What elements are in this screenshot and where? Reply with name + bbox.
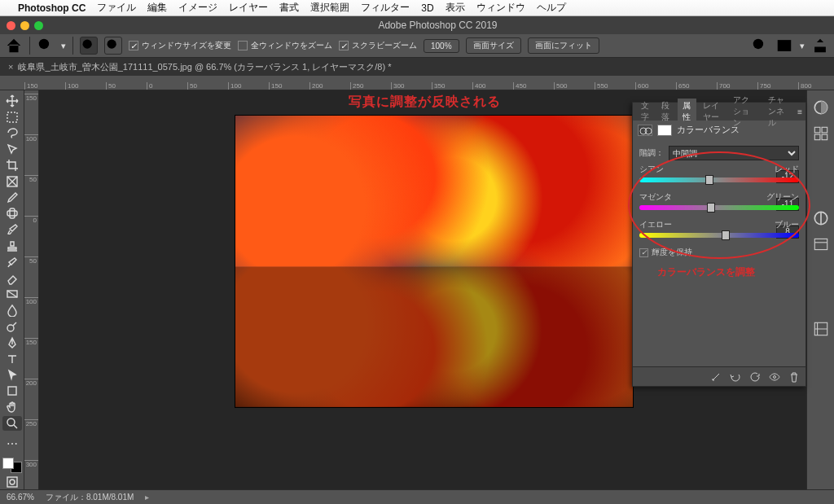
menu-edit[interactable]: 編集: [147, 1, 167, 15]
home-button[interactable]: [5, 37, 23, 55]
slider-handle[interactable]: [705, 175, 713, 185]
layer-mask-thumb-icon[interactable]: [657, 125, 672, 136]
quick-select-tool-icon[interactable]: [2, 142, 22, 156]
edit-toolbar-icon[interactable]: ⋯: [2, 436, 22, 451]
slider-handle[interactable]: [707, 203, 715, 213]
svg-point-25: [774, 375, 776, 378]
zoom-out-button[interactable]: [104, 37, 122, 55]
share-icon[interactable]: [811, 37, 829, 55]
document-tab[interactable]: 岐阜県_土岐市_曽木公園_171111_0575.jpg @ 66.7% (カラ…: [18, 61, 391, 73]
slider-track[interactable]: [639, 177, 799, 182]
fit-canvas-button[interactable]: 画面サイズ: [466, 37, 521, 54]
gradient-tool-icon[interactable]: [2, 287, 22, 302]
color-panel-icon[interactable]: [812, 99, 830, 116]
tone-select[interactable]: 中間調: [669, 146, 799, 160]
ruler-vertical[interactable]: 15010050050100150200250300350: [24, 90, 39, 489]
menu-window[interactable]: ウィンドウ: [476, 1, 525, 15]
close-window-icon[interactable]: [7, 21, 15, 30]
menu-layer[interactable]: レイヤー: [229, 1, 268, 15]
crop-tool-icon[interactable]: [2, 158, 22, 173]
document-image[interactable]: [235, 115, 634, 408]
ruler-tick: 50: [187, 82, 228, 90]
zoom-tool-icon[interactable]: [2, 416, 22, 431]
arrange-docs-icon[interactable]: [775, 37, 793, 55]
menu-view[interactable]: 表示: [446, 1, 465, 15]
stamp-tool-icon[interactable]: [2, 239, 22, 253]
frame-tool-icon[interactable]: [2, 174, 22, 189]
heal-tool-icon[interactable]: [2, 207, 22, 221]
move-tool-icon[interactable]: [2, 94, 22, 108]
dodge-tool-icon[interactable]: [2, 319, 22, 334]
panel-footer: [633, 366, 805, 386]
history-brush-tool-icon[interactable]: [2, 255, 22, 270]
menu-type[interactable]: 書式: [279, 1, 299, 15]
foreground-color[interactable]: [2, 458, 14, 469]
tone-label: 階調：: [639, 147, 664, 159]
adjustments-panel-icon[interactable]: [812, 209, 830, 227]
mac-menubar[interactable]: Photoshop CC ファイル 編集 イメージ レイヤー 書式 選択範囲 フ…: [0, 0, 834, 16]
clip-to-layer-icon[interactable]: [709, 370, 722, 383]
menu-file[interactable]: ファイル: [97, 1, 136, 15]
annotation-top: 写真に調整が反映される: [349, 94, 501, 111]
blur-tool-icon[interactable]: [2, 303, 22, 318]
svg-rect-16: [814, 127, 820, 133]
panel-tab-bar: 文字 段落 属性 レイヤー アクション チャンネル ≡: [633, 103, 805, 121]
svg-point-3: [753, 39, 763, 49]
svg-point-12: [7, 419, 15, 426]
marquee-tool-icon[interactable]: [2, 110, 22, 125]
eyedropper-tool-icon[interactable]: [2, 191, 22, 205]
shape-tool-icon[interactable]: [2, 383, 22, 398]
menu-3d[interactable]: 3D: [421, 2, 433, 14]
status-menu-icon[interactable]: ▸: [145, 493, 149, 502]
eraser-tool-icon[interactable]: [2, 271, 22, 286]
menu-image[interactable]: イメージ: [178, 1, 217, 15]
styles-panel-icon[interactable]: [812, 235, 830, 253]
slider-track[interactable]: [639, 205, 799, 210]
ruler-tick: 750: [757, 82, 798, 90]
libraries-panel-icon[interactable]: [812, 320, 830, 338]
hand-tool-icon[interactable]: [2, 400, 22, 414]
slider-right-label: レッド: [775, 164, 799, 175]
menu-help[interactable]: ヘルプ: [537, 1, 566, 15]
type-tool-icon[interactable]: [2, 352, 22, 366]
properties-panel[interactable]: 文字 段落 属性 レイヤー アクション チャンネル ≡ カラーバランス 階調： …: [632, 102, 806, 387]
chk-scrubby-zoom[interactable]: スクラビーズーム: [339, 40, 417, 51]
tool-preset-zoom-icon[interactable]: [37, 37, 55, 55]
app-menu[interactable]: Photoshop CC: [18, 2, 86, 14]
preserve-luminosity-checkbox[interactable]: 輝度を保持: [639, 247, 799, 258]
ruler-tick: 600: [635, 82, 676, 90]
slider-handle[interactable]: [722, 230, 730, 240]
chk-resize-window[interactable]: ウィンドウサイズを変更: [129, 40, 231, 51]
fit-screen-button[interactable]: 画面にフィット: [528, 37, 599, 54]
status-file[interactable]: ファイル：8.01M/8.01M: [46, 492, 134, 503]
chk-zoom-all-windows[interactable]: 全ウィンドウをズーム: [238, 40, 332, 51]
search-icon[interactable]: [751, 37, 769, 55]
ruler-tick: 250: [350, 82, 391, 90]
lasso-tool-icon[interactable]: [2, 126, 22, 141]
pen-tool-icon[interactable]: [2, 335, 22, 350]
quickmask-icon[interactable]: [2, 475, 22, 489]
ruler-horizontal[interactable]: 1501005005010015020025030035040045050055…: [0, 76, 834, 90]
menu-filter[interactable]: フィルター: [361, 1, 410, 15]
zoom-window-icon[interactable]: [34, 21, 43, 30]
status-zoom[interactable]: 66.67%: [7, 493, 34, 502]
view-previous-icon[interactable]: [729, 370, 742, 383]
zoom-in-button[interactable]: [80, 37, 98, 55]
color-swatches[interactable]: [2, 458, 22, 473]
reset-icon[interactable]: [748, 370, 762, 383]
svg-rect-18: [814, 134, 820, 140]
path-select-tool-icon[interactable]: [2, 368, 22, 383]
swatches-panel-icon[interactable]: [812, 125, 830, 142]
zoom-100-button[interactable]: 100%: [424, 39, 459, 53]
brush-tool-icon[interactable]: [2, 222, 22, 237]
close-tab-icon[interactable]: ×: [8, 62, 13, 72]
ruler-tick: 50: [106, 82, 147, 90]
adjustment-type-icon[interactable]: [638, 125, 652, 136]
delete-adjustment-icon[interactable]: [788, 370, 801, 383]
menu-select[interactable]: 選択範囲: [310, 1, 349, 15]
ruler-tick: 400: [472, 82, 513, 90]
minimize-window-icon[interactable]: [20, 21, 29, 30]
panel-menu-icon[interactable]: ≡: [797, 107, 802, 116]
slider-track[interactable]: [639, 233, 799, 238]
toggle-visibility-icon[interactable]: [768, 370, 781, 383]
